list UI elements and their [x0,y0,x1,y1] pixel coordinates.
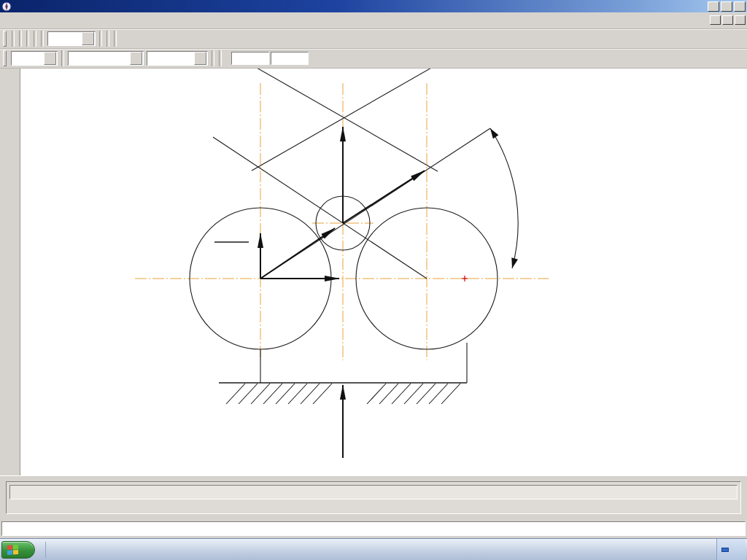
property-bar-field[interactable] [9,485,738,499]
toolbar-separator [219,50,222,66]
layer-dropdown[interactable] [130,52,142,65]
angle-dimension[interactable] [487,126,518,269]
toolbar-separator [99,31,102,47]
mdi-window-controls [708,15,746,25]
standard-toolbar [0,29,747,49]
workspace [0,69,747,475]
toolbar-separator [114,31,117,47]
drawing-canvas[interactable] [20,69,747,475]
toolbar-separator [107,31,109,47]
toolbar-separator [19,31,22,47]
taskbar [0,538,747,560]
layer-combo[interactable] [68,51,144,66]
angle-arrowhead-bottom [509,257,518,269]
mdi-minimize-button[interactable] [710,15,721,25]
system-tray [716,539,746,560]
start-button[interactable] [1,541,35,559]
vector-p-d-lower[interactable] [260,228,335,279]
window-minimize-button[interactable] [708,1,719,12]
coord-y-field[interactable] [271,52,309,65]
toolbar-separator [26,31,29,47]
angle-arrowhead-top [487,126,498,139]
centerlines[interactable] [135,83,549,360]
toolbar-grip[interactable] [3,31,7,47]
drawing-svg[interactable] [20,69,747,475]
zoom-scale-combo[interactable] [47,31,96,46]
kompas-logo-icon [1,1,12,12]
view-dropdown[interactable] [194,52,206,65]
toolbar-separator [12,31,15,47]
property-bar-panel[interactable] [6,481,741,514]
window-close-button[interactable] [734,1,746,12]
property-bar [0,475,747,519]
toolbar-separator [61,50,64,66]
mdi-restore-button[interactable] [722,15,733,25]
selection-marker[interactable] [462,276,468,281]
construction-lines[interactable] [213,69,490,279]
label-p-z-half[interactable] [20,69,249,242]
current-state-toolbar [0,49,747,69]
toolbar-separator [34,31,36,47]
step-dropdown[interactable] [44,52,56,65]
vector-p-d-upper[interactable] [343,171,425,223]
compact-tool-panel [0,69,20,475]
coord-x-field[interactable] [231,52,269,65]
windows-logo-icon [7,545,19,555]
toolbar-grip[interactable] [3,50,7,66]
language-indicator[interactable] [721,548,729,552]
step-combo[interactable] [11,51,58,66]
quick-launch [38,542,46,558]
view-combo[interactable] [147,51,208,66]
title-bar [0,0,747,12]
toolbar-separator [212,50,214,66]
status-message [1,521,746,536]
menu-bar [0,12,747,28]
zoom-scale-dropdown[interactable] [82,32,94,45]
window-maximize-button[interactable] [721,1,732,12]
toolbar-separator [41,31,44,47]
mdi-close-button[interactable] [735,15,746,25]
status-bar [0,519,747,538]
